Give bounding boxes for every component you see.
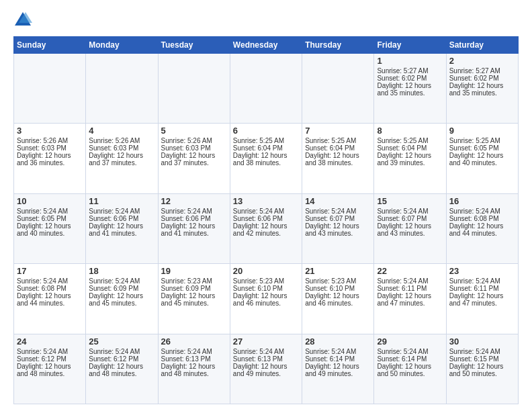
cell-content-line: Sunset: 6:11 PM xyxy=(449,285,515,292)
cell-content-line: Daylight: 12 hours and 41 minutes. xyxy=(161,222,227,237)
day-number: 3 xyxy=(17,126,83,136)
cell-content-line: Sunset: 6:03 PM xyxy=(17,144,83,152)
day-number: 15 xyxy=(377,196,443,206)
logo xyxy=(13,11,35,30)
cell-content-line: Sunset: 6:10 PM xyxy=(305,285,371,292)
calendar-cell xyxy=(230,54,302,124)
cell-content-line: Sunrise: 5:26 AM xyxy=(89,137,154,144)
cell-content-line: Sunrise: 5:24 AM xyxy=(449,348,515,355)
cell-content-line: Sunset: 6:05 PM xyxy=(449,144,515,152)
calendar-cell: 8Sunrise: 5:25 AMSunset: 6:04 PMDaylight… xyxy=(374,124,446,193)
day-number: 22 xyxy=(377,266,443,276)
calendar-cell: 15Sunrise: 5:24 AMSunset: 6:07 PMDayligh… xyxy=(374,193,446,263)
day-number: 24 xyxy=(17,336,83,347)
calendar-cell: 2Sunrise: 5:27 AMSunset: 6:02 PMDaylight… xyxy=(446,54,518,124)
day-number: 7 xyxy=(305,126,371,136)
calendar-cell xyxy=(158,54,230,124)
cell-content-line: Daylight: 12 hours and 48 minutes. xyxy=(161,363,227,377)
cell-content-line: Sunset: 6:09 PM xyxy=(161,285,227,292)
cell-content-line: Sunset: 6:09 PM xyxy=(89,285,154,292)
day-number: 19 xyxy=(161,266,227,276)
cell-content-line: Sunset: 6:15 PM xyxy=(449,355,515,363)
day-number: 5 xyxy=(161,126,227,136)
cell-content-line: Daylight: 12 hours and 35 minutes. xyxy=(377,82,443,97)
cell-content-line: Sunrise: 5:26 AM xyxy=(17,137,83,144)
cell-content-line: Sunset: 6:03 PM xyxy=(89,144,154,152)
cell-content-line: Sunrise: 5:24 AM xyxy=(89,348,154,355)
cell-content-line: Daylight: 12 hours and 50 minutes. xyxy=(377,363,443,377)
weekday-header-friday: Friday xyxy=(374,37,446,54)
cell-content-line: Daylight: 12 hours and 47 minutes. xyxy=(449,292,515,307)
cell-content-line: Sunrise: 5:25 AM xyxy=(305,137,371,144)
cell-content-line: Sunrise: 5:24 AM xyxy=(17,277,83,285)
logo-icon xyxy=(13,11,32,30)
weekday-header-wednesday: Wednesday xyxy=(230,37,302,54)
weekday-header-sunday: Sunday xyxy=(14,37,86,54)
cell-content-line: Sunrise: 5:24 AM xyxy=(305,348,371,355)
calendar-cell: 23Sunrise: 5:24 AMSunset: 6:11 PMDayligh… xyxy=(446,264,518,334)
cell-content-line: Daylight: 12 hours and 38 minutes. xyxy=(233,152,299,167)
cell-content-line: Sunset: 6:03 PM xyxy=(161,144,227,152)
calendar-cell: 5Sunrise: 5:26 AMSunset: 6:03 PMDaylight… xyxy=(158,124,230,193)
calendar-cell: 9Sunrise: 5:25 AMSunset: 6:05 PMDaylight… xyxy=(446,124,518,193)
calendar-cell: 29Sunrise: 5:24 AMSunset: 6:14 PMDayligh… xyxy=(374,334,446,404)
day-number: 1 xyxy=(377,56,443,66)
cell-content-line: Sunrise: 5:24 AM xyxy=(89,208,154,215)
cell-content-line: Sunset: 6:04 PM xyxy=(305,144,371,152)
calendar-cell: 19Sunrise: 5:23 AMSunset: 6:09 PMDayligh… xyxy=(158,264,230,334)
cell-content-line: Daylight: 12 hours and 37 minutes. xyxy=(161,152,227,167)
calendar-cell: 25Sunrise: 5:24 AMSunset: 6:12 PMDayligh… xyxy=(86,334,158,404)
cell-content-line: Daylight: 12 hours and 40 minutes. xyxy=(17,222,83,237)
cell-content-line: Daylight: 12 hours and 49 minutes. xyxy=(305,363,371,377)
day-number: 17 xyxy=(17,266,83,276)
cell-content-line: Sunrise: 5:27 AM xyxy=(449,67,515,75)
page: SundayMondayTuesdayWednesdayThursdayFrid… xyxy=(0,0,532,411)
day-number: 25 xyxy=(89,336,154,347)
cell-content-line: Daylight: 12 hours and 49 minutes. xyxy=(233,363,299,377)
cell-content-line: Sunrise: 5:24 AM xyxy=(17,348,83,355)
cell-content-line: Daylight: 12 hours and 48 minutes. xyxy=(17,363,83,377)
calendar-cell: 7Sunrise: 5:25 AMSunset: 6:04 PMDaylight… xyxy=(302,124,374,193)
day-number: 20 xyxy=(233,266,299,276)
cell-content-line: Daylight: 12 hours and 46 minutes. xyxy=(305,292,371,307)
cell-content-line: Sunrise: 5:24 AM xyxy=(89,277,154,285)
calendar-cell: 3Sunrise: 5:26 AMSunset: 6:03 PMDaylight… xyxy=(14,124,86,193)
cell-content-line: Sunset: 6:12 PM xyxy=(17,355,83,363)
cell-content-line: Sunset: 6:04 PM xyxy=(233,144,299,152)
cell-content-line: Sunset: 6:06 PM xyxy=(233,215,299,222)
cell-content-line: Sunset: 6:12 PM xyxy=(89,355,154,363)
cell-content-line: Sunrise: 5:24 AM xyxy=(449,208,515,215)
cell-content-line: Sunset: 6:11 PM xyxy=(377,285,443,292)
calendar-cell xyxy=(302,54,374,124)
cell-content-line: Sunrise: 5:24 AM xyxy=(233,348,299,355)
header xyxy=(13,11,519,30)
cell-content-line: Sunset: 6:13 PM xyxy=(233,355,299,363)
cell-content-line: Sunrise: 5:26 AM xyxy=(161,137,227,144)
cell-content-line: Daylight: 12 hours and 45 minutes. xyxy=(161,292,227,307)
weekday-header-saturday: Saturday xyxy=(446,37,518,54)
cell-content-line: Sunrise: 5:24 AM xyxy=(377,277,443,285)
day-number: 14 xyxy=(305,196,371,206)
calendar-cell: 16Sunrise: 5:24 AMSunset: 6:08 PMDayligh… xyxy=(446,193,518,263)
calendar-week-1: 1Sunrise: 5:27 AMSunset: 6:02 PMDaylight… xyxy=(14,54,519,124)
calendar-cell xyxy=(86,54,158,124)
day-number: 9 xyxy=(449,126,515,136)
cell-content-line: Daylight: 12 hours and 37 minutes. xyxy=(89,152,154,167)
cell-content-line: Daylight: 12 hours and 40 minutes. xyxy=(449,152,515,167)
calendar-cell: 28Sunrise: 5:24 AMSunset: 6:14 PMDayligh… xyxy=(302,334,374,404)
calendar-cell: 21Sunrise: 5:23 AMSunset: 6:10 PMDayligh… xyxy=(302,264,374,334)
cell-content-line: Sunset: 6:13 PM xyxy=(161,355,227,363)
weekday-header-thursday: Thursday xyxy=(302,37,374,54)
weekday-header-tuesday: Tuesday xyxy=(158,37,230,54)
day-number: 2 xyxy=(449,56,515,66)
cell-content-line: Sunset: 6:10 PM xyxy=(233,285,299,292)
day-number: 16 xyxy=(449,196,515,206)
cell-content-line: Sunrise: 5:24 AM xyxy=(233,208,299,215)
day-number: 21 xyxy=(305,266,371,276)
cell-content-line: Daylight: 12 hours and 43 minutes. xyxy=(305,222,371,237)
cell-content-line: Daylight: 12 hours and 48 minutes. xyxy=(89,363,154,377)
cell-content-line: Daylight: 12 hours and 44 minutes. xyxy=(449,222,515,237)
cell-content-line: Sunset: 6:14 PM xyxy=(377,355,443,363)
day-number: 11 xyxy=(89,196,154,206)
cell-content-line: Daylight: 12 hours and 39 minutes. xyxy=(377,152,443,167)
